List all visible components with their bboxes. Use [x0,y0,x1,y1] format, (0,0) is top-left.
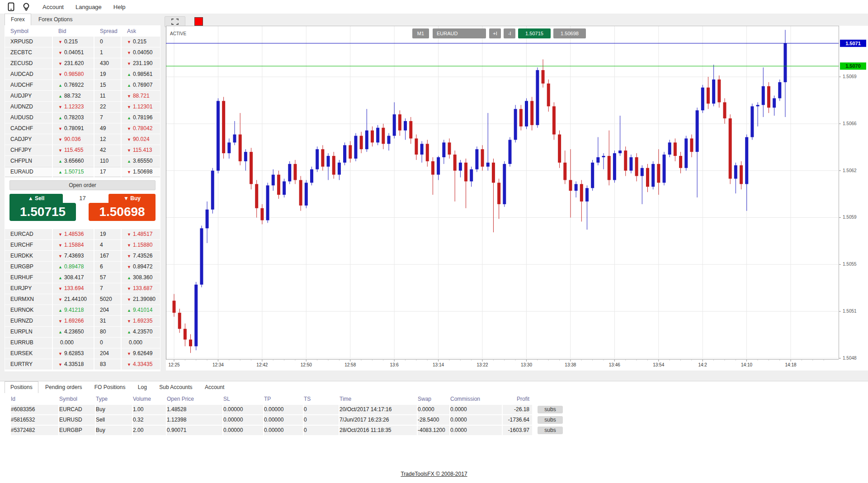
menu-help[interactable]: Help [113,4,126,10]
quote-row-chfjpy[interactable]: CHFJPY▼115.45542▼115.413 [5,145,160,155]
positions-col-swap: Swap [418,393,449,405]
subs-button[interactable]: subs [538,416,563,424]
candle-body [552,106,556,134]
candle-body [327,156,330,167]
copyright-link[interactable]: TradeToolsFX © 2008-2017 [401,471,467,477]
candle-body [250,152,253,184]
buy-price-button[interactable]: 1.50698 [89,203,156,221]
candle-body [338,163,341,175]
quote-row-eurrub[interactable]: EURRUB0.00000.000 [5,338,160,347]
candle-body [178,313,181,329]
tab-positions[interactable]: Positions [5,381,38,393]
quote-row-eurdkk[interactable]: EURDKK▼7.43693167▼7.43526 [5,251,160,261]
buy-tab[interactable]: ▼ Buy [108,194,156,203]
tab-forex-options[interactable]: Forex Options [33,14,78,25]
quote-row-xrpusd[interactable]: XRPUSD▼0.2150▼0.215 [5,37,160,47]
spread-value: 110 [94,156,121,166]
candle-body [272,175,275,186]
menu-language[interactable]: Language [75,4,102,10]
position-cell: 0.00000 [264,405,303,414]
tab-fo-positions[interactable]: FO Positions [89,382,131,393]
menu-account[interactable]: Account [42,4,64,10]
down-arrow-icon: ▼ [58,232,62,237]
price-value: 231.620 [64,60,84,66]
position-row-5372482[interactable]: #5372482EURGBPBuy2.000.900710.000000.000… [11,426,868,435]
quote-row-audusd[interactable]: AUDUSD▲0.782037▲0.78196 [5,113,160,122]
price-value: 4.33435 [133,361,152,367]
quote-row-euraud[interactable]: EURAUD▲1.5071517▼1.50698 [5,167,160,177]
tab-log[interactable]: Log [132,382,152,393]
subs-button[interactable]: subs [538,427,563,434]
x-axis-label: 13:6 [390,362,399,367]
position-row-5816532[interactable]: #5816532EURUSDSell0.321.123980.000000.00… [11,415,868,425]
candle-body [173,300,176,313]
phone-icon[interactable] [6,2,15,11]
position-cell: 1.00 [133,405,166,414]
price-chart[interactable]: 12:2512:3412:4212:5012:5813:613:1413:221… [166,26,868,370]
timeframe-button[interactable]: M1 [412,28,429,38]
col-bid: Bid [53,26,94,37]
tab-pending-orders[interactable]: Pending orders [40,382,87,393]
down-arrow-icon: ▼ [127,170,131,174]
symbol-name: AUDCHF [5,80,52,90]
price-value: 0.215 [64,38,78,45]
tab-forex[interactable]: Forex [5,14,31,25]
quote-row-eurnzd[interactable]: EURNZD▼1.6926631▼1.69235 [5,316,160,326]
zoom-in-button[interactable]: +I [489,28,501,38]
col-symbol: Symbol [5,26,52,37]
quote-row-audnzd[interactable]: AUDNZD▼1.1232322▼1.12301 [5,102,160,112]
quote-row-eurgbp[interactable]: EURGBP▲0.894786▼0.89472 [5,262,160,272]
position-row-6083356[interactable]: #6083356EURCADBuy1.001.485280.000000.000… [11,405,868,414]
tab-sub-accounts[interactable]: Sub Accounts [154,382,198,393]
quote-row-eurtry[interactable]: EURTRY▼4.3351883▼4.33435 [5,359,160,369]
subs-button[interactable]: subs [538,406,563,413]
lightbulb-icon[interactable] [22,2,31,11]
price-value: 1.12323 [64,103,84,110]
quote-row-cadchf[interactable]: CADCHF▼0.7809149▼0.78042 [5,123,160,133]
quote-row-chfpln[interactable]: CHFPLN▲3.65660110▲3.65550 [5,156,160,166]
spread-value: 6 [94,262,121,272]
spread-value: 1 [94,47,121,58]
price-value: 0.89478 [64,263,84,270]
quote-row-eurmxn[interactable]: EURMXN▼21.441005020▼21.39080 [5,294,160,304]
down-arrow-icon: ▼ [127,352,131,356]
spread-value: 7 [94,283,121,294]
chart-color-swatch[interactable] [194,17,203,26]
sell-price-button[interactable]: 1.50715 [9,203,76,221]
symbol-select[interactable]: EURAUD [433,28,486,38]
candle-body [426,144,429,161]
x-axis-label: 12:50 [301,362,312,367]
quote-row-cadjpy[interactable]: CADJPY▼90.03612▼90.024 [5,134,160,144]
price-value: 3.65660 [64,158,84,164]
quote-row-audcad[interactable]: AUDCAD▼0.9858019▲0.98561 [5,69,160,79]
tab-account[interactable]: Account [199,382,230,393]
candle-body [310,169,313,183]
zoom-out-button[interactable]: -I [504,28,515,38]
quote-row-eurhuf[interactable]: EURHUF▲308.41757▲308.360 [5,272,160,282]
symbol-name: EURCAD [5,229,52,239]
quote-row-zecbtc[interactable]: ZECBTC▼0.040511▼0.04050 [5,47,160,57]
quote-row-zecusd[interactable]: ZECUSD▼231.620430▼231.190 [5,58,160,68]
quote-row-eurcad[interactable]: EURCAD▼1.4853619▼1.48517 [5,229,160,239]
candle-body [260,208,264,220]
position-cell: Buy [96,426,132,435]
x-axis-label: 13:54 [653,362,664,367]
quote-row-eurchf[interactable]: EURCHF▼1.158844▼1.15880 [5,240,160,250]
quote-row-audchf[interactable]: AUDCHF▲0.7692215▲0.76907 [5,80,160,90]
symbol-name: EURMXN [5,294,52,305]
price-value: 115.455 [64,147,84,153]
quote-row-eursek[interactable]: EURSEK▼9.62853204▼9.62649 [5,348,160,358]
candle-body [409,121,412,139]
candle-body [184,329,187,340]
quote-row-eurjpy[interactable]: EURJPY▼133.6947▼133.687 [5,283,160,293]
quote-row-eurnok[interactable]: EURNOK▲9.41218204▲9.41014 [5,305,160,315]
ask-price-button[interactable]: 1.50698 [553,28,586,38]
open-order-button[interactable]: Open order [9,180,156,190]
position-cell: 1.48528 [167,405,222,414]
up-arrow-icon: ▲ [127,330,131,334]
spread-value: 5020 [94,294,121,305]
bid-price-button[interactable]: 1.50715 [518,28,551,38]
down-arrow-icon: ▼ [127,254,131,258]
quote-row-eurpln[interactable]: EURPLN▲4.2365080▲4.23570 [5,327,160,337]
quote-row-audjpy[interactable]: AUDJPY▲88.73211▼88.721 [5,91,160,101]
